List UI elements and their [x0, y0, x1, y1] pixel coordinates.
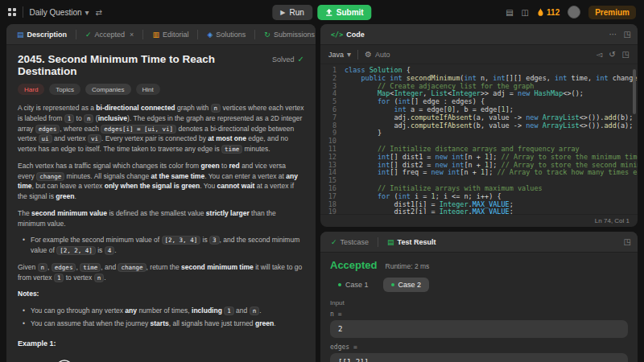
- app-menu-icon[interactable]: [8, 8, 16, 16]
- text-segment: ];: [485, 169, 497, 176]
- code-line[interactable]: 5 for (int[] edge : edges) {: [320, 98, 638, 106]
- code-line[interactable]: 10: [320, 138, 638, 146]
- daily-question-nav[interactable]: Daily Question ▾: [30, 8, 89, 17]
- panel-options-icon[interactable]: ⋯: [609, 30, 617, 39]
- code-line[interactable]: 14 int[] freq = new int[n + 1]; // Array…: [320, 169, 638, 177]
- tab-editorial[interactable]: ▥ Editorial: [148, 27, 192, 42]
- code-line[interactable]: 2 public int secondMinimum(int n, int[][…: [320, 75, 638, 83]
- layout-icon[interactable]: ◫: [522, 8, 529, 17]
- line-content: }: [345, 130, 638, 138]
- code-line[interactable]: 9 }: [320, 130, 638, 138]
- text-segment: time: [221, 145, 242, 154]
- code-line[interactable]: 13 int[] dist2 = new int[n + 1]; // Arra…: [320, 162, 638, 170]
- code-line[interactable]: 3 // Create adjacency list for the graph: [320, 83, 638, 91]
- text-segment: computeIfAbsent: [411, 114, 473, 121]
- text-segment: ArrayList: [543, 114, 580, 121]
- maximize-icon[interactable]: ◳: [622, 50, 630, 59]
- line-content: [345, 177, 638, 185]
- code-editor[interactable]: 1class Solution {2 public int secondMini…: [320, 64, 638, 214]
- text-segment: int: [398, 98, 411, 105]
- gear-icon: ⚙: [365, 50, 372, 59]
- tab-accepted[interactable]: ✓ Accepted ×: [81, 27, 138, 42]
- text-segment: inclusive: [98, 114, 127, 122]
- code-line[interactable]: 18 dist1[i] = Integer.MAX_VALUE;: [320, 201, 638, 209]
- tab-description[interactable]: ▤ Description: [13, 27, 71, 42]
- testcase-panel: ✓ Testcase ▤ Test Result ◳ Accepted: [320, 232, 638, 362]
- text-segment: graph with: [175, 104, 211, 112]
- code-line[interactable]: 8 adj.computeIfAbsent(b, value -> new Ar…: [320, 122, 638, 130]
- text-segment: HashMap: [535, 90, 564, 97]
- text-segment: .: [114, 246, 116, 254]
- text-segment: .: [274, 319, 275, 327]
- code-line[interactable]: 7 adj.computeIfAbsent(a, value -> new Ar…: [320, 114, 638, 122]
- editor-scrollbar[interactable]: [633, 69, 636, 114]
- tab-solutions[interactable]: ◈ Solutions: [203, 27, 250, 42]
- text-segment: <>()).: [580, 122, 605, 130]
- streak-counter[interactable]: 112: [537, 8, 559, 17]
- submit-label: Submit: [336, 8, 364, 17]
- line-content: public int secondMinimum(int n, int[][] …: [345, 75, 638, 83]
- reset-icon[interactable]: ↺: [609, 50, 615, 59]
- case-2-chip[interactable]: Case 2: [383, 278, 430, 292]
- companies-chip[interactable]: Companies: [85, 84, 130, 95]
- run-button[interactable]: ▶ Run: [272, 5, 312, 20]
- language-select[interactable]: Java ▾: [328, 50, 351, 59]
- code-line[interactable]: 6 int a = edge[0], b = edge[1];: [320, 106, 638, 114]
- text-segment: (a);: [617, 122, 633, 130]
- auto-label: Auto: [375, 51, 390, 59]
- text-segment: new: [436, 162, 448, 169]
- tab-submissions[interactable]: ↻ Submissions: [260, 27, 316, 42]
- code-line[interactable]: 11 // Initialize distance arrays and fre…: [320, 146, 638, 154]
- code-line[interactable]: 15: [320, 177, 638, 185]
- code-line[interactable]: 19 dist2[i] = Integer.MAX_VALUE;: [320, 208, 638, 214]
- topbar-actions: ▶ Run Submit: [272, 0, 371, 24]
- text-segment: is defined as the smallest value: [107, 209, 206, 217]
- expand-icon[interactable]: ◳: [624, 30, 631, 39]
- text-segment: 1: [64, 114, 75, 123]
- graph-figure: 12345: [23, 356, 111, 362]
- text-segment: // Array to store the second minimum tim…: [502, 162, 638, 169]
- tab-code[interactable]: </> Code: [327, 27, 369, 42]
- tab-divider: [142, 30, 143, 39]
- text-segment: [n +: [464, 154, 485, 161]
- description-content[interactable]: 2045. Second Minimum Time to Reach Desti…: [6, 45, 316, 362]
- text-segment: bi-directional connected: [96, 104, 175, 112]
- field-value[interactable]: 2: [330, 320, 628, 338]
- tab-label: Description: [27, 31, 68, 39]
- text-segment: Map: [378, 90, 390, 97]
- avatar[interactable]: [568, 6, 580, 19]
- text-segment: for: [378, 98, 390, 105]
- hint-chip[interactable]: Hint: [136, 84, 160, 95]
- tab-label: Accepted: [95, 31, 126, 39]
- tab-testcase[interactable]: ✓ Testcase: [327, 235, 373, 249]
- submit-button[interactable]: Submit: [317, 5, 372, 20]
- premium-button[interactable]: Premium: [588, 6, 636, 19]
- close-icon[interactable]: ×: [130, 31, 134, 39]
- text-segment: any: [125, 306, 137, 315]
- text-segment: and vertex: [52, 134, 88, 142]
- auto-toggle[interactable]: ⚙ Auto: [365, 50, 390, 59]
- line-content: // Initialize distance arrays and freque…: [345, 146, 638, 154]
- expand-icon[interactable]: ◳: [624, 237, 631, 246]
- code-line[interactable]: 1class Solution {: [320, 67, 638, 75]
- line-content: adj.computeIfAbsent(b, value -> new Arra…: [345, 122, 638, 130]
- text-segment: strictly larger: [206, 209, 250, 217]
- code-line[interactable]: 12 int[] dist1 = new int[n + 1]; // Arra…: [320, 154, 638, 162]
- solved-label: Solved: [272, 56, 295, 64]
- difficulty-badge[interactable]: Hard: [18, 84, 44, 95]
- notes-icon[interactable]: ▤: [506, 8, 513, 17]
- code-line[interactable]: 17 for (int i = 1; i <= n; i++) {: [320, 193, 638, 201]
- tab-test-result[interactable]: ▤ Test Result: [383, 235, 440, 249]
- bookmark-icon[interactable]: ◅: [596, 50, 602, 59]
- field-value[interactable]: [[1,2]]: [330, 353, 628, 362]
- case-row: Case 1 Case 2: [330, 278, 628, 292]
- line-content: Map<Integer, List<Integer>> adj = new Ha…: [345, 90, 638, 98]
- text-segment: You can assume that when the journey: [31, 319, 151, 327]
- text-segment: , where each: [60, 125, 101, 133]
- leetcode-app: Daily Question ▾ ⇄ ▶ Run Submit ▤ ◫: [0, 0, 644, 362]
- case-1-chip[interactable]: Case 1: [330, 278, 377, 292]
- code-line[interactable]: 16 // Initialize arrays with maximum val…: [320, 185, 638, 193]
- topics-chip[interactable]: Topics: [49, 84, 80, 95]
- code-line[interactable]: 4 Map<Integer, List<Integer>> adj = new …: [320, 90, 638, 98]
- shuffle-icon[interactable]: ⇄: [96, 8, 102, 17]
